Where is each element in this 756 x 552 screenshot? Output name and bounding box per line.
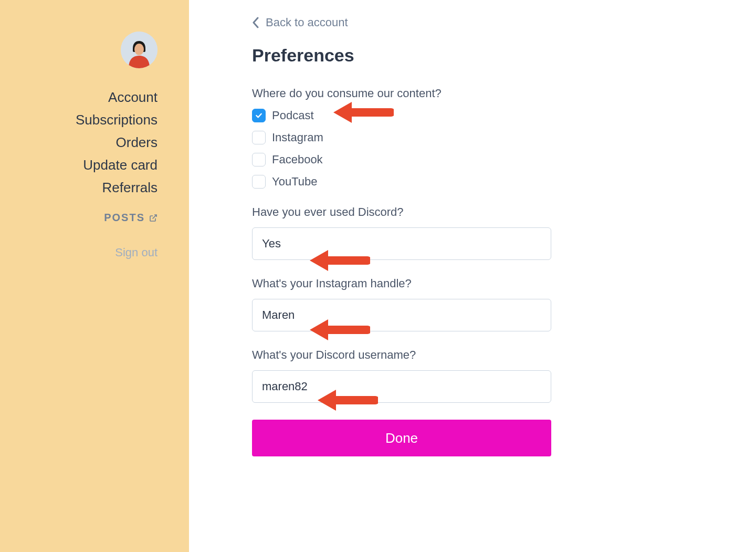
consume-options: Podcast Instagram Facebook YouTube — [252, 109, 693, 189]
checkbox-row-youtube: YouTube — [252, 175, 693, 189]
sidebar-item-referrals[interactable]: Referrals — [102, 180, 158, 196]
sidebar-item-update-card[interactable]: Update card — [83, 157, 158, 173]
sidebar-nav: Account Subscriptions Orders Update card… — [76, 89, 158, 259]
posts-label: POSTS — [104, 212, 145, 224]
sidebar-item-orders[interactable]: Orders — [116, 134, 158, 151]
checkbox-label-facebook: Facebook — [272, 153, 323, 166]
sidebar-item-subscriptions[interactable]: Subscriptions — [76, 112, 158, 128]
consume-group: Where do you consume our content? Podcas… — [252, 87, 693, 189]
discord-used-question: Have you ever used Discord? — [252, 205, 693, 219]
sidebar: Account Subscriptions Orders Update card… — [0, 0, 189, 552]
discord-name-question: What's your Discord username? — [252, 348, 693, 362]
page-title: Preferences — [252, 45, 693, 66]
sidebar-item-account[interactable]: Account — [108, 89, 158, 106]
discord-used-input[interactable] — [252, 227, 551, 260]
done-button[interactable]: Done — [252, 420, 551, 456]
sidebar-item-posts[interactable]: POSTS — [104, 212, 158, 224]
consume-question: Where do you consume our content? — [252, 87, 693, 100]
discord-used-group: Have you ever used Discord? — [252, 205, 693, 260]
checkbox-podcast[interactable] — [252, 109, 266, 122]
back-to-account-link[interactable]: Back to account — [252, 16, 348, 29]
avatar[interactable] — [121, 32, 158, 68]
checkbox-label-youtube: YouTube — [272, 175, 317, 189]
checkbox-instagram[interactable] — [252, 131, 266, 144]
back-label: Back to account — [266, 16, 348, 29]
instagram-question: What's your Instagram handle? — [252, 277, 693, 290]
chevron-left-icon — [252, 17, 259, 28]
checkbox-row-instagram: Instagram — [252, 131, 693, 144]
checkbox-row-facebook: Facebook — [252, 153, 693, 166]
main-content: Back to account Preferences Where do you… — [189, 0, 756, 552]
checkbox-facebook[interactable] — [252, 153, 266, 166]
checkbox-label-podcast: Podcast — [272, 109, 314, 122]
check-icon — [255, 111, 263, 120]
instagram-input[interactable] — [252, 299, 551, 331]
avatar-image — [121, 32, 158, 68]
discord-name-input[interactable] — [252, 370, 551, 403]
instagram-group: What's your Instagram handle? — [252, 277, 693, 331]
checkbox-row-podcast: Podcast — [252, 109, 693, 122]
checkbox-youtube[interactable] — [252, 175, 266, 189]
svg-point-1 — [134, 44, 144, 55]
checkbox-label-instagram: Instagram — [272, 131, 323, 144]
external-link-icon — [149, 214, 158, 222]
svg-line-2 — [153, 215, 156, 218]
discord-name-group: What's your Discord username? — [252, 348, 693, 403]
sign-out-link[interactable]: Sign out — [115, 246, 158, 259]
